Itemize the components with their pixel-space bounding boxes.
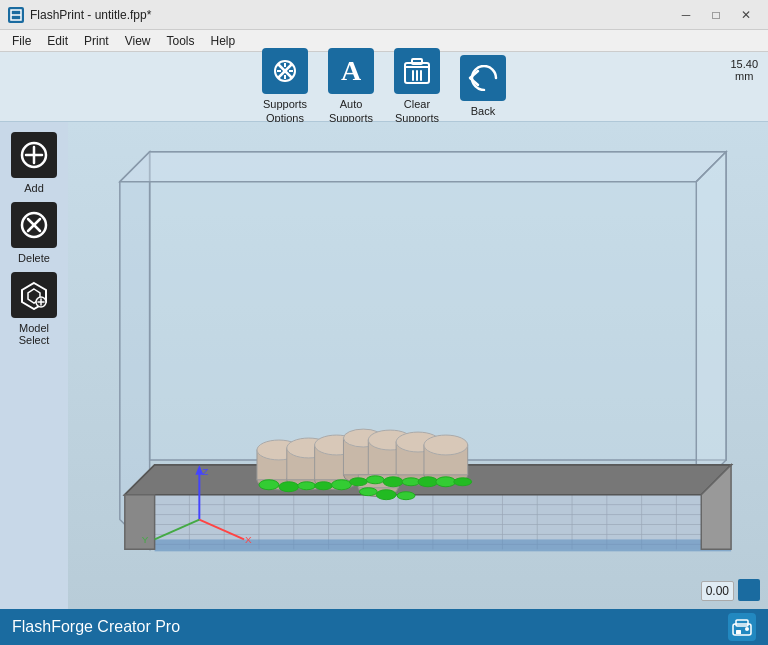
- svg-text:X: X: [245, 534, 252, 545]
- svg-marker-59: [701, 465, 731, 549]
- app-icon: [8, 7, 24, 23]
- status-icon: [728, 613, 756, 641]
- status-bar: FlashForge Creator Pro: [0, 609, 768, 645]
- minimize-button[interactable]: ─: [672, 5, 700, 25]
- svg-point-81: [358, 479, 398, 497]
- svg-rect-64: [287, 448, 331, 480]
- model-select-button[interactable]: ModelSelect: [11, 272, 57, 346]
- zoom-box: [738, 579, 760, 601]
- svg-point-74: [368, 430, 412, 450]
- viewport[interactable]: Z X Y 0.00: [68, 122, 768, 609]
- svg-point-94: [454, 478, 472, 486]
- svg-marker-27: [120, 152, 150, 550]
- svg-point-85: [298, 482, 316, 490]
- svg-rect-82: [358, 475, 398, 488]
- svg-point-92: [418, 477, 438, 487]
- window-controls: ─ □ ✕: [672, 5, 760, 25]
- svg-point-97: [397, 492, 415, 500]
- svg-rect-67: [315, 445, 359, 480]
- svg-marker-58: [125, 495, 155, 550]
- auto-supports-button[interactable]: A AutoSupports: [320, 44, 382, 128]
- svg-rect-61: [257, 450, 301, 480]
- toolbar: SupportsOptions A AutoSupports ClearSupp…: [0, 52, 768, 122]
- title-bar: FlashPrint - untitle.fpp* ─ □ ✕: [0, 0, 768, 30]
- svg-rect-11: [412, 59, 422, 64]
- svg-point-89: [366, 476, 384, 484]
- svg-point-90: [383, 477, 403, 487]
- svg-point-65: [287, 438, 331, 458]
- svg-rect-73: [368, 440, 412, 475]
- svg-point-75: [396, 465, 440, 485]
- svg-point-63: [287, 470, 331, 490]
- svg-point-77: [396, 432, 440, 452]
- svg-marker-57: [125, 465, 731, 495]
- menu-bar: FileEditPrintViewToolsHelp: [0, 30, 768, 52]
- zoom-value: 0.00: [701, 581, 734, 601]
- back-icon: [460, 55, 506, 101]
- svg-point-95: [359, 488, 377, 496]
- supports-options-label: SupportsOptions: [263, 98, 307, 124]
- svg-rect-107: [736, 630, 741, 634]
- svg-marker-31: [155, 465, 731, 549]
- svg-point-68: [315, 435, 359, 455]
- mm-unit: mm: [730, 70, 758, 82]
- menu-item-help[interactable]: Help: [203, 32, 244, 50]
- svg-marker-29: [696, 152, 726, 490]
- svg-line-103: [155, 520, 200, 540]
- menu-item-edit[interactable]: Edit: [39, 32, 76, 50]
- mm-display: 15.40 mm: [730, 58, 758, 82]
- svg-point-86: [315, 482, 333, 490]
- maximize-button[interactable]: □: [702, 5, 730, 25]
- svg-text:Y: Y: [142, 534, 149, 545]
- sidebar: Add Delete Mod: [0, 122, 68, 609]
- svg-point-80: [424, 435, 468, 455]
- svg-marker-26: [150, 152, 726, 460]
- svg-point-84: [279, 482, 299, 492]
- supports-options-button[interactable]: SupportsOptions: [254, 44, 316, 128]
- model-select-icon: [11, 272, 57, 318]
- svg-point-96: [376, 490, 396, 500]
- auto-supports-icon: A: [328, 48, 374, 94]
- svg-point-69: [343, 466, 383, 484]
- svg-marker-30: [125, 465, 731, 495]
- status-text: FlashForge Creator Pro: [12, 618, 180, 636]
- svg-rect-70: [343, 438, 383, 475]
- close-button[interactable]: ✕: [732, 5, 760, 25]
- svg-text:Z: Z: [202, 466, 208, 477]
- svg-marker-28: [120, 152, 726, 182]
- model-select-label: ModelSelect: [19, 322, 50, 346]
- svg-rect-56: [155, 539, 731, 551]
- menu-item-view[interactable]: View: [117, 32, 159, 50]
- delete-button[interactable]: Delete: [11, 202, 57, 264]
- add-label: Add: [24, 182, 44, 194]
- clear-supports-button[interactable]: ClearSupports: [386, 44, 448, 128]
- svg-point-91: [402, 478, 420, 486]
- menu-item-tools[interactable]: Tools: [159, 32, 203, 50]
- window-title: FlashPrint - untitle.fpp*: [30, 8, 151, 22]
- auto-supports-label: AutoSupports: [329, 98, 373, 124]
- svg-marker-99: [195, 465, 203, 475]
- svg-rect-79: [424, 445, 468, 475]
- back-button[interactable]: Back: [452, 51, 514, 122]
- clear-supports-icon: [394, 48, 440, 94]
- delete-icon: [11, 202, 57, 248]
- svg-point-78: [424, 465, 468, 485]
- clear-supports-label: ClearSupports: [395, 98, 439, 124]
- svg-point-87: [332, 480, 352, 490]
- svg-point-108: [745, 627, 749, 631]
- svg-rect-76: [396, 442, 440, 475]
- svg-point-62: [257, 440, 301, 460]
- svg-point-83: [259, 480, 279, 490]
- svg-line-101: [199, 520, 244, 540]
- svg-point-66: [315, 470, 359, 490]
- svg-point-72: [368, 465, 412, 485]
- svg-point-93: [436, 477, 456, 487]
- mm-value: 15.40: [730, 58, 758, 70]
- viewport-canvas: Z X Y 0.00: [68, 122, 768, 609]
- add-button[interactable]: Add: [11, 132, 57, 194]
- supports-options-icon: [262, 48, 308, 94]
- menu-item-file[interactable]: File: [4, 32, 39, 50]
- menu-item-print[interactable]: Print: [76, 32, 117, 50]
- add-icon: [11, 132, 57, 178]
- scene-svg: Z X Y: [68, 122, 768, 609]
